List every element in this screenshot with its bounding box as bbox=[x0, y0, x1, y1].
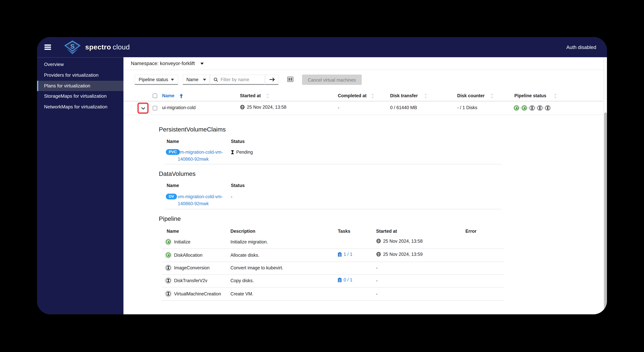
task-started-at: - bbox=[376, 291, 378, 296]
disk-transfer-cell: 0 / 61440 MB bbox=[390, 105, 417, 110]
sidebar: Overview Providers for virtualization Pl… bbox=[37, 57, 124, 314]
task-started-at: 25 Nov 2024, 13:58 bbox=[376, 239, 423, 243]
filter-category-select[interactable]: Pipeline status bbox=[134, 75, 178, 85]
column-header-completed-at[interactable]: Completed at bbox=[338, 93, 366, 98]
pipeline-section-title: Pipeline bbox=[159, 215, 181, 222]
pipeline-step-icon bbox=[545, 105, 550, 110]
menu-icon[interactable] bbox=[44, 45, 51, 50]
sort-icon[interactable] bbox=[554, 94, 557, 98]
pipeline-column-error: Error bbox=[466, 229, 476, 234]
spectro-cloud-logo-icon: S bbox=[64, 40, 81, 54]
step-pending-icon bbox=[166, 278, 171, 283]
pvc-column-name: Name bbox=[167, 139, 179, 144]
disk-counter-cell: - / 1 Disks bbox=[457, 105, 477, 110]
started-at-cell: 25 Nov 2024, 13:58 bbox=[240, 105, 286, 110]
task-description: Convert image to kubevirt. bbox=[230, 265, 283, 270]
row-checkbox[interactable] bbox=[152, 106, 157, 110]
pvc-badge: PVC bbox=[166, 149, 180, 155]
pipeline-column-name: Name bbox=[167, 229, 179, 234]
sort-icon[interactable] bbox=[490, 94, 493, 98]
namespace-bar: Namespace: konveyor-forklift bbox=[124, 57, 607, 70]
stage: S spectrocloud Auth disabled Overview Pr… bbox=[0, 0, 644, 352]
pvc-link-line2[interactable]: 140860-92mwk bbox=[178, 156, 209, 161]
dv-link-line2[interactable]: 140860-92mwk bbox=[178, 201, 209, 206]
task-name: ImageConversion bbox=[174, 265, 210, 270]
pipeline-row: Initialize Initialize migration. 25 Nov … bbox=[124, 235, 603, 249]
task-description: Initialize migration. bbox=[230, 239, 268, 244]
tasks-link[interactable]: 0 / 1 bbox=[338, 277, 352, 282]
auth-status-label: Auth disabled bbox=[566, 44, 596, 50]
manage-columns-icon[interactable] bbox=[287, 77, 294, 82]
select-all-checkbox[interactable] bbox=[152, 94, 157, 98]
pvc-status-cell: Pending bbox=[231, 149, 253, 154]
sidebar-item-providers[interactable]: Providers for virtualization bbox=[37, 70, 124, 81]
main-content: Namespace: konveyor-forklift Pipeline st… bbox=[124, 57, 607, 314]
plans-table-header: Name Started at Completed at Disk transf… bbox=[124, 91, 603, 101]
search-field bbox=[210, 75, 265, 85]
pipeline-column-description: Description bbox=[230, 229, 255, 234]
chevron-down-icon[interactable] bbox=[201, 62, 204, 65]
globe-icon bbox=[376, 239, 381, 243]
task-description: Allocate disks. bbox=[230, 253, 260, 257]
sort-icon[interactable] bbox=[266, 94, 269, 98]
svg-text:S: S bbox=[70, 43, 75, 50]
sort-icon[interactable] bbox=[371, 94, 374, 98]
brand-name: spectrocloud bbox=[85, 43, 130, 51]
sort-ascending-icon[interactable] bbox=[179, 94, 183, 98]
pipeline-step-icon bbox=[522, 105, 527, 110]
pipeline-row: ImageConversion Convert image to kubevir… bbox=[124, 262, 603, 274]
brand-logo: S spectrocloud bbox=[64, 40, 130, 54]
tasks-link[interactable]: 1 / 1 bbox=[338, 252, 352, 257]
column-header-started-at[interactable]: Started at bbox=[240, 93, 261, 98]
column-header-disk-counter[interactable]: Disk counter bbox=[457, 93, 484, 98]
expand-row-button[interactable] bbox=[139, 104, 147, 112]
pipeline-column-started-at: Started at bbox=[376, 229, 397, 234]
filter-field-select[interactable]: Name bbox=[183, 75, 210, 85]
task-started-at: - bbox=[376, 265, 378, 270]
search-icon bbox=[214, 77, 218, 82]
dv-link-line1[interactable]: vm-migration-cold-vm- bbox=[178, 194, 223, 199]
search-submit-button[interactable] bbox=[265, 75, 278, 85]
pvc-column-status: Status bbox=[231, 139, 245, 144]
chevron-down-icon bbox=[171, 78, 174, 81]
completed-at-cell: - bbox=[338, 105, 340, 110]
pipeline-row: DiskTransferV2v Copy disks. 0 / 1 - bbox=[124, 274, 603, 287]
task-started-at: - bbox=[376, 278, 378, 283]
column-header-name[interactable]: Name bbox=[162, 93, 174, 98]
pipeline-status-steps bbox=[514, 105, 550, 110]
dv-badge: DV bbox=[166, 194, 177, 199]
app-header: S spectrocloud Auth disabled bbox=[37, 37, 607, 57]
vertical-scrollbar[interactable] bbox=[603, 57, 607, 314]
step-done-icon bbox=[166, 239, 171, 244]
column-header-pipeline-status[interactable]: Pipeline status bbox=[514, 93, 546, 98]
pipeline-step-icon bbox=[530, 105, 534, 110]
task-description: Copy disks. bbox=[230, 278, 254, 283]
pvc-section-title: PersistentVolumeClaims bbox=[159, 126, 226, 133]
cancel-virtual-machines-button[interactable]: Cancel virtual machines bbox=[302, 75, 362, 85]
search-input[interactable] bbox=[220, 77, 261, 82]
sidebar-item-plans[interactable]: Plans for virtualization bbox=[37, 81, 124, 91]
step-pending-icon bbox=[166, 265, 171, 270]
globe-icon bbox=[240, 105, 245, 110]
annotation-highlight-box bbox=[138, 103, 148, 114]
dv-section-title: DataVolumes bbox=[159, 170, 196, 177]
scrollbar-thumb[interactable] bbox=[604, 112, 607, 311]
sidebar-item-storagemaps[interactable]: StorageMaps for virtualization bbox=[37, 91, 124, 102]
dv-column-name: Name bbox=[167, 183, 179, 188]
sidebar-item-overview[interactable]: Overview bbox=[37, 59, 124, 70]
plan-row: ui-migration-cold 25 Nov 2024, 13:58 - 0… bbox=[124, 101, 603, 115]
step-done-icon bbox=[166, 253, 171, 257]
app-window: S spectrocloud Auth disabled Overview Pr… bbox=[37, 37, 607, 314]
dv-column-status: Status bbox=[231, 183, 245, 188]
pipeline-column-tasks: Tasks bbox=[338, 229, 350, 234]
pvc-link-line1[interactable]: vm-migration-cold-vm- bbox=[178, 149, 223, 154]
task-name: DiskTransferV2v bbox=[174, 278, 207, 283]
dv-status-cell: - bbox=[231, 194, 232, 199]
sidebar-item-networkmaps[interactable]: NetworkMaps for virtualization bbox=[37, 102, 124, 112]
sort-icon[interactable] bbox=[424, 94, 427, 98]
column-header-disk-transfer[interactable]: Disk transfer bbox=[390, 93, 418, 98]
namespace-selector[interactable]: Namespace: konveyor-forklift bbox=[131, 61, 195, 66]
globe-icon bbox=[376, 252, 381, 257]
pipeline-row: DiskAllocation Allocate disks. 1 / 1 25 … bbox=[124, 248, 603, 262]
pipeline-step-icon bbox=[514, 105, 519, 110]
